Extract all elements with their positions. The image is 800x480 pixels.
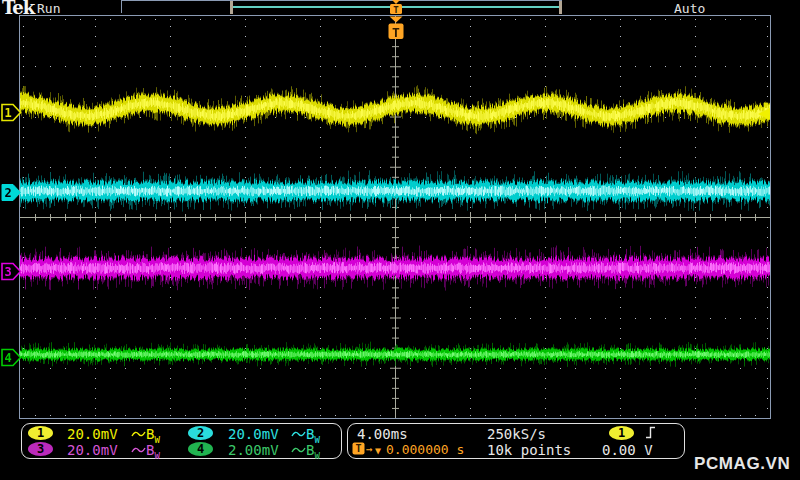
trigger-position-flag[interactable]: T — [388, 16, 404, 40]
svg-text:4: 4 — [4, 351, 11, 365]
channel4-ground-marker[interactable]: 4 — [1, 348, 22, 367]
channel4-ac-coupling-icon — [291, 445, 306, 455]
trigger-source-number: 1 — [618, 426, 625, 440]
channel2-badge[interactable]: 2 — [188, 426, 213, 440]
channel4-scale: 2.00mV — [228, 443, 279, 457]
trigger-arrow-icon: → — [366, 443, 373, 457]
channel2-ground-marker[interactable]: 2 — [1, 183, 22, 202]
channel-readout-box: 1 20.0mV BW 2 20.0mV BW 3 20.0mV BW 4 2.… — [21, 423, 342, 459]
channel1-badge-number: 1 — [37, 426, 44, 440]
channel1-badge[interactable]: 1 — [28, 426, 53, 440]
graticule — [20, 16, 770, 418]
trigger-mode-label: Auto — [674, 1, 705, 16]
oscilloscope-screen: Tek Run Auto T T 1 2 3 — [0, 0, 800, 480]
trigger-source-badge[interactable]: 1 — [609, 426, 634, 440]
channel2-ac-coupling-icon — [291, 429, 306, 439]
channel1-ac-coupling-icon — [131, 429, 146, 439]
trigger-level-readout: 0.00 V — [602, 443, 653, 457]
trigger-level-arrow[interactable] — [756, 107, 771, 121]
svg-text:3: 3 — [4, 265, 11, 279]
channel1-ground-marker[interactable]: 1 — [1, 103, 22, 122]
record-view-top-border — [121, 0, 562, 1]
channel3-ac-coupling-icon — [131, 445, 146, 455]
sample-rate-readout: 250kS/s — [487, 427, 546, 441]
horizontal-trigger-readout-box: 4.00ms 250kS/s 1 T → ▼ 0.000000 s 10k po… — [347, 423, 685, 459]
channel3-ground-marker[interactable]: 3 — [1, 262, 22, 281]
channel4-bandwidth-icon: BW — [306, 443, 320, 463]
channel3-badge[interactable]: 3 — [28, 442, 53, 456]
channel2-scale: 20.0mV — [228, 427, 279, 441]
watermark: PCMAG.VN — [694, 454, 790, 474]
trigger-position-marker-icon: ▼ — [375, 444, 381, 458]
channel4-badge-number: 4 — [197, 442, 204, 456]
waveform-canvas — [20, 16, 770, 418]
channel1-scale: 20.0mV — [67, 427, 118, 441]
channel2-badge-number: 2 — [197, 426, 204, 440]
channel4-badge[interactable]: 4 — [188, 442, 213, 456]
record-view-left-edge — [121, 0, 122, 13]
trigger-flag-letter: T — [392, 25, 400, 40]
svg-text:T: T — [355, 443, 361, 454]
record-length-readout: 10k points — [487, 443, 571, 457]
svg-text:2: 2 — [4, 186, 11, 200]
timebase-readout: 4.00ms — [357, 427, 408, 441]
channel3-bandwidth-icon: BW — [146, 443, 160, 463]
trigger-slope-rising-icon — [645, 426, 657, 439]
record-view-trigger-letter: T — [393, 5, 399, 15]
svg-text:1: 1 — [4, 106, 11, 120]
trigger-symbol-icon: T — [352, 442, 365, 455]
record-view-right-bracket[interactable] — [559, 1, 562, 14]
channel3-scale: 20.0mV — [67, 443, 118, 457]
record-view-bar[interactable]: T — [121, 0, 562, 16]
record-view-trigger-marker[interactable]: T — [389, 0, 403, 15]
trigger-position-readout: 0.000000 s — [386, 443, 464, 457]
channel3-badge-number: 3 — [37, 442, 44, 456]
acquisition-status: Run — [37, 1, 60, 16]
